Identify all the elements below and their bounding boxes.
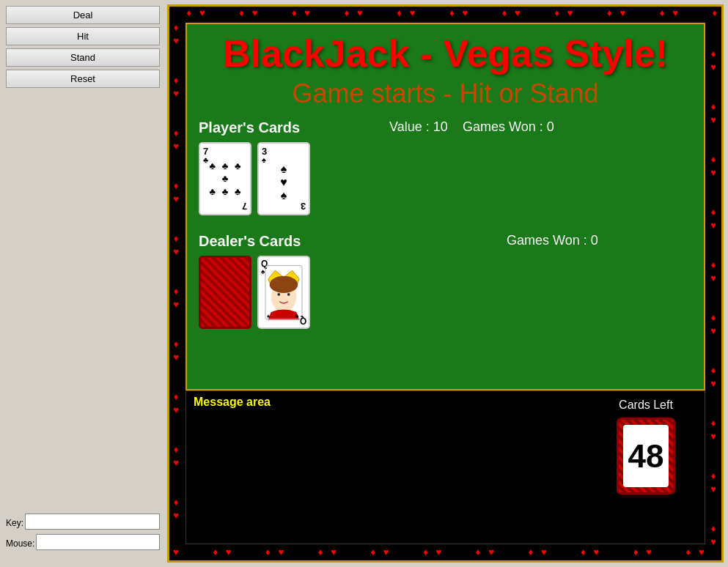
player-section: Player's Cards Value : 10 Games Won : 0 … bbox=[199, 119, 692, 215]
bottom-border: ♥♠♣♦♥♠♣♦♥♠♣♦♥♠♣♦♥♠♣♦♥♠♣♦♥♠♣♦♥♠♣♦♥♠♣♦♥♠♣♦… bbox=[169, 546, 721, 560]
key-label: Key: bbox=[6, 518, 23, 528]
svg-point-2 bbox=[270, 276, 298, 293]
player-cards-label: Player's Cards bbox=[199, 119, 300, 136]
cards-left-card: 48 bbox=[617, 418, 675, 494]
top-border: ♣♦♥♠♣♦♥♠♣♦♥♠♣♦♥♠♣♦♥♠♣♦♥♠♣♦♥♠♣♦♥♠♣♦♥♠♣♦♥♠… bbox=[169, 7, 721, 21]
card1-rank-bottom: 7 bbox=[242, 201, 247, 212]
reset-button[interactable]: Reset bbox=[6, 70, 160, 88]
svg-point-4 bbox=[287, 293, 290, 296]
left-border: ♦♥♠♣♦♥♠♣♦♥♠♣♦♥♠♣♦♥♠♣♦♥♠♣♦♥♠♣♦♥♠♣♦♥♠♣♦♥♠♣ bbox=[169, 21, 184, 546]
deal-button[interactable]: Deal bbox=[6, 6, 160, 24]
mouse-input[interactable] bbox=[36, 534, 160, 550]
dealer-cards-container: Q ♠ bbox=[199, 256, 692, 329]
key-input[interactable] bbox=[25, 514, 160, 530]
stand-button[interactable]: Stand bbox=[6, 48, 160, 67]
dealer-card2-rank-bottom: Q bbox=[300, 316, 306, 326]
game-board: BlackJack - Vegas Style! Game starts - H… bbox=[185, 23, 705, 390]
dealer-section: Dealer's Cards Games Won : 0 Q ♠ bbox=[199, 233, 692, 329]
svg-text:♣: ♣ bbox=[295, 313, 298, 319]
player-cards-container: 7 ♣ ♣♣♣ ♣ ♣♣♣ 7 3 ♠ ♠ ♥ ♠ bbox=[199, 142, 692, 215]
card1-pips: ♣♣♣ ♣ ♣♣♣ bbox=[206, 160, 244, 198]
player-value: Value : 10 bbox=[389, 119, 448, 135]
card2-pips: ♠ ♥ ♠ bbox=[259, 160, 309, 198]
hit-button[interactable]: Hit bbox=[6, 27, 160, 45]
dealer-cards-label: Dealer's Cards bbox=[199, 233, 301, 249]
message-area: Message area Cards Left 48 bbox=[185, 390, 705, 544]
card2-rank-bottom: 3 bbox=[301, 201, 306, 212]
game-subtitle: Game starts - Hit or Stand bbox=[187, 78, 704, 109]
right-border: ♠♣♦♥♠♣♦♥♠♣♦♥♠♣♦♥♠♣♦♥♠♣♦♥♠♣♦♥♠♣♦♥♠♣♦♥♠♣♦♥ bbox=[707, 21, 721, 546]
cards-left-number-box: 48 bbox=[623, 425, 669, 487]
game-title: BlackJack - Vegas Style! bbox=[187, 24, 704, 75]
dealer-card-1-back bbox=[199, 256, 251, 329]
player-card-2: 3 ♠ ♠ ♥ ♠ 3 bbox=[257, 142, 310, 215]
cards-left-label: Cards Left bbox=[617, 399, 675, 412]
subtitle-highlight: Hit or Stand bbox=[459, 78, 598, 108]
cards-left-count: 48 bbox=[628, 438, 664, 475]
dealer-card-2: Q ♠ bbox=[257, 256, 310, 329]
key-mouse-labels: Key: Mouse: bbox=[6, 514, 160, 552]
player-games-won: Games Won : 0 bbox=[463, 119, 554, 135]
dealer-card2-face: ♠ ♣ bbox=[265, 264, 303, 320]
main-wrapper: ♣♦♥♠♣♦♥♠♣♦♥♠♣♦♥♠♣♦♥♠♣♦♥♠♣♦♥♠♣♦♥♠♣♦♥♠♣♦♥♠… bbox=[167, 4, 724, 563]
svg-point-3 bbox=[277, 293, 280, 296]
player-card-1: 7 ♣ ♣♣♣ ♣ ♣♣♣ 7 bbox=[199, 142, 251, 215]
dealer-games-won: Games Won : 0 bbox=[507, 233, 598, 248]
subtitle-static: Game starts - bbox=[292, 78, 459, 108]
mouse-label: Mouse: bbox=[6, 538, 34, 549]
cards-left-section: Cards Left 48 bbox=[617, 399, 675, 494]
svg-text:♠: ♠ bbox=[267, 313, 270, 319]
